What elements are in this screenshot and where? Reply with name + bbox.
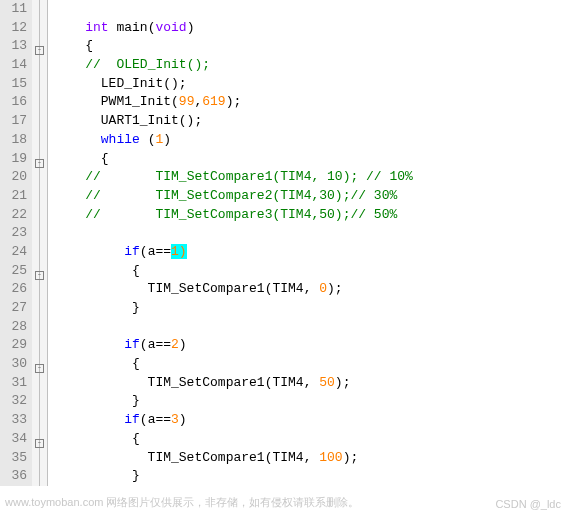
line-number: 24	[0, 243, 32, 262]
code-line[interactable]: 33 if(a==3)	[0, 411, 569, 430]
line-number: 22	[0, 206, 32, 225]
code-line[interactable]: 27 }	[0, 299, 569, 318]
fold-gutter[interactable]: -	[32, 150, 48, 169]
fold-minus-icon[interactable]: -	[35, 439, 44, 448]
line-number: 13	[0, 37, 32, 56]
code-text[interactable]: LED_Init();	[48, 75, 569, 94]
line-number: 35	[0, 449, 32, 468]
fold-gutter[interactable]: -	[32, 355, 48, 374]
code-line[interactable]: 35 TIM_SetCompare1(TIM4, 100);	[0, 449, 569, 468]
code-text[interactable]	[48, 318, 569, 337]
line-number: 25	[0, 262, 32, 281]
code-text[interactable]: if(a==2)	[48, 336, 569, 355]
code-text[interactable]	[48, 224, 569, 243]
line-number: 18	[0, 131, 32, 150]
fold-gutter[interactable]: -	[32, 262, 48, 281]
code-line[interactable]: 23	[0, 224, 569, 243]
fold-gutter	[32, 411, 48, 430]
code-line[interactable]: 15 LED_Init();	[0, 75, 569, 94]
fold-gutter	[32, 131, 48, 150]
code-line[interactable]: 31 TIM_SetCompare1(TIM4, 50);	[0, 374, 569, 393]
code-text[interactable]: {	[48, 37, 569, 56]
line-number: 21	[0, 187, 32, 206]
code-text[interactable]: UART1_Init();	[48, 112, 569, 131]
code-text[interactable]: }	[48, 299, 569, 318]
fold-gutter[interactable]: -	[32, 37, 48, 56]
fold-gutter	[32, 318, 48, 337]
code-line[interactable]: 19- {	[0, 150, 569, 169]
line-number: 15	[0, 75, 32, 94]
code-line[interactable]: 28	[0, 318, 569, 337]
code-text[interactable]: // OLED_Init();	[48, 56, 569, 75]
fold-gutter	[32, 168, 48, 187]
line-number: 31	[0, 374, 32, 393]
code-text[interactable]: // TIM_SetCompare2(TIM4,30);// 30%	[48, 187, 569, 206]
fold-minus-icon[interactable]: -	[35, 364, 44, 373]
code-line[interactable]: 36 }	[0, 467, 569, 486]
code-text[interactable]: if(a==3)	[48, 411, 569, 430]
code-line[interactable]: 24 if(a==1)	[0, 243, 569, 262]
fold-gutter	[32, 75, 48, 94]
code-line[interactable]: 29 if(a==2)	[0, 336, 569, 355]
fold-minus-icon[interactable]: -	[35, 271, 44, 280]
line-number: 14	[0, 56, 32, 75]
code-line[interactable]: 14 // OLED_Init();	[0, 56, 569, 75]
code-text[interactable]: }	[48, 467, 569, 486]
line-number: 30	[0, 355, 32, 374]
fold-gutter	[32, 374, 48, 393]
fold-gutter	[32, 467, 48, 486]
code-text[interactable]: PWM1_Init(99,619);	[48, 93, 569, 112]
fold-gutter[interactable]: -	[32, 430, 48, 449]
fold-gutter	[32, 19, 48, 38]
code-text[interactable]: {	[48, 150, 569, 169]
code-line[interactable]: 30- {	[0, 355, 569, 374]
code-text[interactable]: {	[48, 430, 569, 449]
fold-gutter	[32, 280, 48, 299]
line-number: 33	[0, 411, 32, 430]
code-line[interactable]: 25- {	[0, 262, 569, 281]
code-line[interactable]: 26 TIM_SetCompare1(TIM4, 0);	[0, 280, 569, 299]
code-text[interactable]: while (1)	[48, 131, 569, 150]
fold-gutter	[32, 243, 48, 262]
code-line[interactable]: 21 // TIM_SetCompare2(TIM4,30);// 30%	[0, 187, 569, 206]
code-text[interactable]: if(a==1)	[48, 243, 569, 262]
code-line[interactable]: 13- {	[0, 37, 569, 56]
fold-gutter	[32, 449, 48, 468]
code-line[interactable]: 34- {	[0, 430, 569, 449]
line-number: 28	[0, 318, 32, 337]
fold-gutter	[32, 56, 48, 75]
line-number: 23	[0, 224, 32, 243]
code-text[interactable]: TIM_SetCompare1(TIM4, 100);	[48, 449, 569, 468]
line-number: 32	[0, 392, 32, 411]
code-line[interactable]: 32 }	[0, 392, 569, 411]
fold-gutter	[32, 0, 48, 19]
code-editor[interactable]: 1112 int main(void)13- {14 // OLED_Init(…	[0, 0, 569, 514]
code-text[interactable]: TIM_SetCompare1(TIM4, 0);	[48, 280, 569, 299]
code-line[interactable]: 18 while (1)	[0, 131, 569, 150]
code-text[interactable]: }	[48, 392, 569, 411]
code-line[interactable]: 12 int main(void)	[0, 19, 569, 38]
code-line[interactable]: 22 // TIM_SetCompare3(TIM4,50);// 50%	[0, 206, 569, 225]
code-text[interactable]: {	[48, 355, 569, 374]
line-number: 17	[0, 112, 32, 131]
fold-gutter	[32, 112, 48, 131]
line-number: 27	[0, 299, 32, 318]
line-number: 11	[0, 0, 32, 19]
code-text[interactable]: int main(void)	[48, 19, 569, 38]
fold-minus-icon[interactable]: -	[35, 159, 44, 168]
fold-gutter	[32, 392, 48, 411]
code-text[interactable]: TIM_SetCompare1(TIM4, 50);	[48, 374, 569, 393]
code-text[interactable]: {	[48, 262, 569, 281]
line-number: 20	[0, 168, 32, 187]
code-line[interactable]: 17 UART1_Init();	[0, 112, 569, 131]
code-line[interactable]: 16 PWM1_Init(99,619);	[0, 93, 569, 112]
fold-gutter	[32, 93, 48, 112]
code-line[interactable]: 11	[0, 0, 569, 19]
line-number: 34	[0, 430, 32, 449]
fold-minus-icon[interactable]: -	[35, 46, 44, 55]
code-text[interactable]: // TIM_SetCompare3(TIM4,50);// 50%	[48, 206, 569, 225]
line-number: 16	[0, 93, 32, 112]
code-line[interactable]: 20 // TIM_SetCompare1(TIM4, 10); // 10%	[0, 168, 569, 187]
code-text[interactable]	[48, 0, 569, 19]
code-text[interactable]: // TIM_SetCompare1(TIM4, 10); // 10%	[48, 168, 569, 187]
